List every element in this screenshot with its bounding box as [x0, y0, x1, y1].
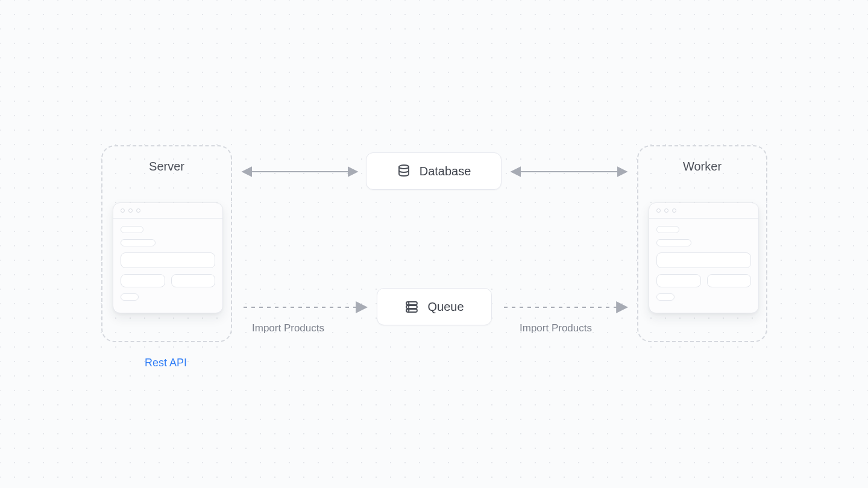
diagram-canvas: Server Rest API Worker [0, 0, 868, 488]
window-titlebar [113, 203, 222, 219]
svg-point-4 [409, 303, 409, 304]
svg-point-0 [399, 165, 409, 169]
server-group: Server [101, 145, 232, 342]
database-label: Database [420, 164, 471, 178]
svg-point-6 [409, 310, 409, 311]
edge-label-server-to-queue: Import Products [252, 322, 324, 334]
window-titlebar [649, 203, 758, 219]
worker-window-mock [649, 202, 759, 313]
database-node: Database [366, 152, 502, 190]
server-title: Server [102, 160, 231, 174]
database-icon [397, 164, 411, 178]
queue-node: Queue [377, 288, 492, 325]
svg-point-5 [409, 307, 409, 307]
queue-label: Queue [427, 300, 464, 314]
worker-title: Worker [638, 160, 766, 174]
queue-icon [404, 299, 419, 314]
server-window-mock [113, 202, 223, 313]
edge-label-queue-to-worker: Import Products [520, 322, 592, 334]
server-sublabel-rest-api: Rest API [145, 357, 187, 369]
worker-group: Worker [637, 145, 767, 342]
